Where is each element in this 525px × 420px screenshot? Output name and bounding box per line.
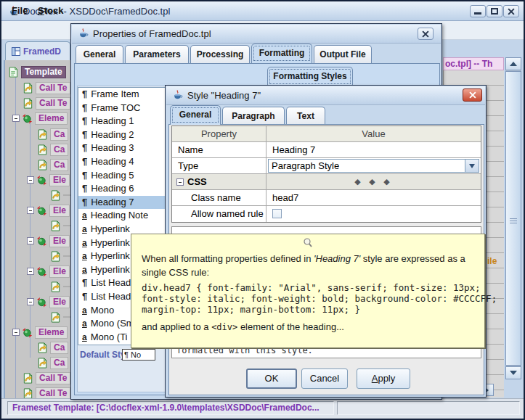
collapse-icon[interactable] xyxy=(176,178,184,186)
style-list-item[interactable]: Heading 1 xyxy=(78,115,168,128)
document-tab-label: FramedD xyxy=(23,46,61,57)
style-dialog-close-button[interactable] xyxy=(463,88,482,102)
magnifier-icon xyxy=(302,237,314,252)
style-list-item-selected[interactable]: Heading 7 xyxy=(78,196,168,210)
style-list-item[interactable]: Heading 4 xyxy=(78,155,168,169)
ok-button[interactable]: OK xyxy=(246,368,297,389)
tree-item[interactable]: Ele xyxy=(27,173,70,186)
allow-named-rule-checkbox[interactable] xyxy=(272,209,282,218)
paragraph-style-icon xyxy=(82,169,87,183)
editor-text-fragment: oc.tpl] -- Th xyxy=(443,57,504,70)
scroll-up-button[interactable] xyxy=(505,57,521,70)
style-list-item[interactable]: Heading Note xyxy=(78,209,168,223)
menu-stock[interactable]: Stock xyxy=(35,4,66,17)
tab-general[interactable]: General xyxy=(76,45,123,63)
tree-item[interactable]: Ele xyxy=(27,265,70,278)
tab-formatting[interactable]: Formatting xyxy=(251,44,312,63)
arrow-down-icon xyxy=(510,371,517,379)
property-name-value[interactable]: Heading 7 xyxy=(266,142,481,157)
tree-item[interactable]: Eleme xyxy=(12,112,68,125)
default-style-dropdown[interactable]: ¶ No xyxy=(122,349,155,361)
cancel-button[interactable]: Cancel xyxy=(301,368,348,389)
document-tab-frameddoc[interactable]: FramedD xyxy=(5,41,70,60)
scroll-down-button[interactable] xyxy=(505,366,521,379)
tree-item[interactable]: Ele xyxy=(27,204,70,217)
tree-item[interactable] xyxy=(50,280,70,293)
character-style-icon xyxy=(82,331,87,345)
paragraph-style-icon xyxy=(82,290,87,304)
tree-item-template[interactable]: Template xyxy=(8,65,66,78)
tree-item[interactable]: Ele xyxy=(27,295,70,308)
tree-item[interactable]: Ca xyxy=(37,143,68,156)
collapse-icon[interactable] xyxy=(12,329,20,336)
column-header-value[interactable]: Value xyxy=(266,126,481,141)
tab-processing[interactable]: Processing xyxy=(190,45,250,63)
tab-parameters[interactable]: Parameters xyxy=(125,45,189,63)
character-style-icon xyxy=(82,263,87,277)
tree-item[interactable] xyxy=(50,219,70,232)
tree-item[interactable]: Eleme xyxy=(12,326,68,339)
tree-item[interactable]: Ele xyxy=(27,234,70,247)
call-template-icon xyxy=(23,373,33,384)
style-list-item[interactable]: Heading 3 xyxy=(78,141,168,155)
tree-item[interactable]: Call Te xyxy=(23,81,70,94)
collapse-icon[interactable] xyxy=(27,207,34,214)
style-list-item[interactable]: Heading 5 xyxy=(78,169,168,183)
style-tab-text[interactable]: Text xyxy=(286,107,325,125)
column-header-property[interactable]: Property xyxy=(172,126,266,141)
property-type-cell: Paragraph Style xyxy=(266,158,481,173)
style-list-item[interactable]: Heading 6 xyxy=(78,182,168,196)
collapse-icon[interactable] xyxy=(27,237,34,244)
call-template-icon xyxy=(50,281,61,292)
style-dialog-titlebar[interactable]: Style "Heading 7" xyxy=(166,86,485,105)
properties-dialog-title: Properties of FramedDoc.tpl xyxy=(93,28,211,39)
call-template-icon xyxy=(50,221,61,231)
table-row-name: Name Heading 7 xyxy=(172,142,481,158)
tab-output-file[interactable]: Output File xyxy=(314,45,372,63)
chevron-down-icon[interactable] xyxy=(465,160,479,172)
close-button[interactable] xyxy=(503,5,519,17)
tree-item[interactable]: Call Te xyxy=(23,96,70,110)
element-iterator-icon xyxy=(36,205,47,216)
status-frameset-template: Frameset Template: [C:\docflex-xml-1.9.0… xyxy=(7,401,334,415)
maximize-button[interactable] xyxy=(487,5,502,17)
call-template-icon xyxy=(37,342,48,353)
paragraph-style-icon xyxy=(82,128,87,142)
style-tab-paragraph[interactable]: Paragraph xyxy=(222,107,285,125)
template-tree: Template Call Te Call Te Eleme Ca Ca Ca … xyxy=(4,60,70,400)
style-list-item[interactable]: Frame Item xyxy=(78,88,168,102)
type-dropdown[interactable]: Paragraph Style xyxy=(268,159,479,173)
tree-item[interactable] xyxy=(50,310,70,324)
apply-button[interactable]: Apply xyxy=(357,368,410,389)
subtab-formatting-styles[interactable]: Formatting Styles xyxy=(267,67,353,86)
collapse-icon[interactable] xyxy=(27,298,34,305)
call-template-icon xyxy=(50,312,61,323)
collapse-icon[interactable] xyxy=(27,268,34,275)
property-class-value[interactable]: head7 xyxy=(266,190,481,205)
tree-item[interactable]: Call Te xyxy=(23,371,70,384)
tree-item[interactable]: Ca xyxy=(37,128,68,141)
property-class-label: Class name xyxy=(172,190,266,205)
vertical-scrollbar-thumb[interactable] xyxy=(505,71,521,366)
tree-item[interactable] xyxy=(50,189,70,202)
tree-item[interactable] xyxy=(50,250,70,263)
tree-item[interactable]: Ca xyxy=(37,356,68,369)
style-tab-general[interactable]: General xyxy=(170,105,221,125)
collapse-icon[interactable] xyxy=(27,176,34,184)
menu-file[interactable]: File xyxy=(9,4,30,17)
table-row-allow-named-rule: Allow named rule xyxy=(172,206,481,222)
properties-dialog-titlebar[interactable]: Properties of FramedDoc.tpl xyxy=(72,25,441,44)
call-template-icon xyxy=(23,98,33,109)
properties-dialog-close-button[interactable] xyxy=(418,28,434,40)
collapse-icon[interactable] xyxy=(12,115,20,122)
call-template-icon xyxy=(23,83,33,94)
css-group-cell: CSS xyxy=(172,174,266,189)
element-iterator-icon xyxy=(36,236,47,247)
minimize-button[interactable] xyxy=(470,5,486,17)
tree-item[interactable]: Ca xyxy=(37,341,68,354)
character-style-icon xyxy=(82,209,87,223)
style-list-item[interactable]: Heading 2 xyxy=(78,128,168,142)
tree-item[interactable]: Ca xyxy=(37,158,68,171)
style-list-item[interactable]: Frame TOC xyxy=(78,102,168,115)
template-icon xyxy=(8,67,19,78)
